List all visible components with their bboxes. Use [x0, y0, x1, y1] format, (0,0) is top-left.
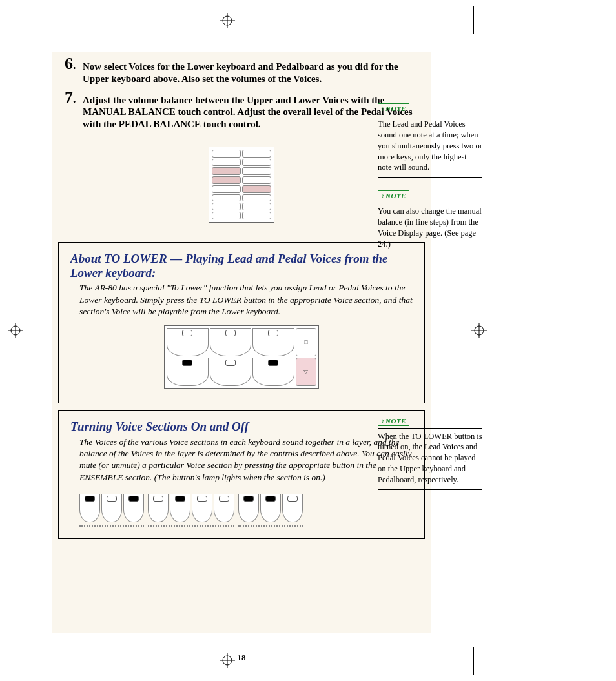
- note-2: ♪NOTE You can also change the manual bal…: [378, 190, 482, 254]
- registration-mark: [220, 13, 235, 28]
- note-text: The Lead and Pedal Voices sound one note…: [378, 119, 482, 173]
- info-title: Turning Voice Sections On and Off: [70, 420, 413, 434]
- registration-mark: [8, 323, 23, 338]
- to-lower-panel-diagram: □ ▽: [164, 325, 319, 389]
- note-label: ♪NOTE: [378, 103, 409, 114]
- balance-panel-diagram: [209, 147, 274, 223]
- step-6: 6. Now select Voices for the Lower keybo…: [65, 56, 418, 85]
- step-number: 7.: [65, 89, 83, 130]
- step-text: Adjust the volume balance between the Up…: [83, 89, 418, 130]
- crop-mark: [6, 647, 34, 675]
- notes-sidebar: ♪NOTE The Lead and Pedal Voices sound on…: [378, 103, 482, 503]
- note-1: ♪NOTE The Lead and Pedal Voices sound on…: [378, 103, 482, 178]
- page-content-area: 6. Now select Voices for the Lower keybo…: [52, 52, 431, 633]
- about-to-lower-box: About TO LOWER — Playing Lead and Pedal …: [58, 242, 425, 403]
- info-body: The Voices of the various Voice sections…: [79, 436, 413, 483]
- step-text: Now select Voices for the Lower keyboard…: [83, 56, 418, 85]
- note-3: ♪NOTE When the TO LOWER button is turned…: [378, 416, 482, 490]
- info-title: About TO LOWER — Playing Lead and Pedal …: [70, 252, 413, 280]
- note-label: ♪NOTE: [378, 416, 409, 427]
- crop-mark: [6, 6, 34, 34]
- note-text: You can also change the manual balance (…: [378, 206, 482, 250]
- step-7: 7. Adjust the volume balance between the…: [65, 89, 418, 130]
- note-text: When the TO LOWER button is turned on, t…: [378, 431, 482, 485]
- ensemble-row-diagram: [79, 494, 312, 527]
- turning-voice-sections-box: Turning Voice Sections On and Off The Vo…: [58, 410, 425, 539]
- step-number: 6.: [65, 56, 83, 85]
- note-label: ♪NOTE: [378, 190, 409, 201]
- info-body: The AR-80 has a special "To Lower" funct…: [79, 282, 413, 318]
- crop-mark: [466, 6, 493, 34]
- crop-mark: [466, 647, 493, 675]
- page-number: 18: [52, 653, 431, 663]
